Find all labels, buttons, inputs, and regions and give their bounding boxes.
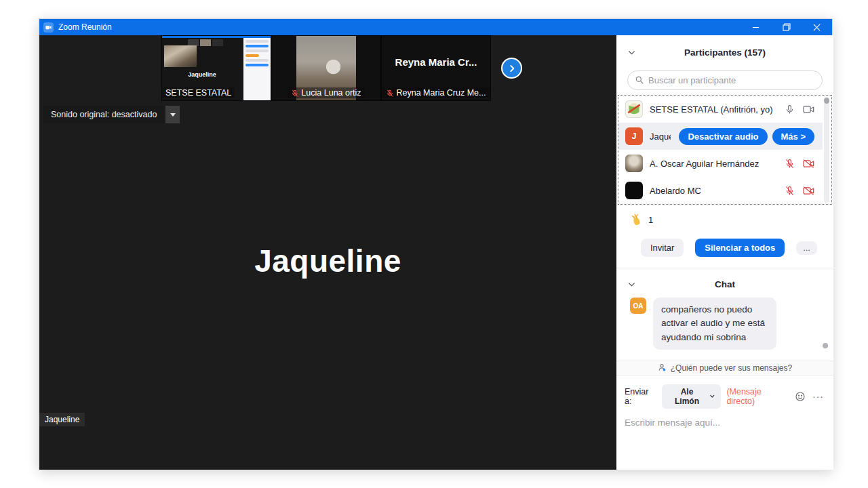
camera-on-icon	[803, 104, 814, 115]
video-name-tag: Jaqueline	[39, 413, 85, 426]
reaction-row: 1	[630, 213, 833, 226]
disable-audio-button[interactable]: Desactivar audio	[679, 128, 767, 145]
mic-muted-icon	[785, 159, 795, 169]
participants-header: Participantes (157)	[616, 45, 833, 60]
video-thumbnail-reyna[interactable]: Reyna Maria Cr... Reyna Maria Cruz Me...	[381, 35, 491, 101]
main-video-area: Jaqueline SETSE ESTATAL	[39, 35, 616, 470]
camera-off-icon	[803, 186, 814, 196]
participants-actions: Invitar Silenciar a todos ...	[616, 239, 833, 257]
zoom-meeting-window: Zoom Reunión Jaqueline	[39, 18, 833, 470]
close-button[interactable]	[802, 19, 832, 35]
chat-header: Chat	[616, 277, 833, 291]
avatar-initial: J	[625, 127, 643, 145]
sender-avatar: OA	[630, 298, 646, 314]
participant-row-oscar[interactable]: A. Oscar Aguilar Hernández	[618, 150, 823, 177]
thumbnail-display-name: Reyna Maria Cr...	[382, 56, 490, 68]
thumbnail-name-label: Reyna Maria Cruz Me...	[383, 87, 490, 98]
participant-row-setse[interactable]: SETSE ESTATAL (Anfitrión, yo)	[618, 96, 823, 123]
video-filmstrip: Jaqueline SETSE ESTATAL	[161, 35, 491, 101]
camera-off-icon	[803, 159, 814, 169]
direct-message-label: (Mensaje directo)	[726, 387, 789, 406]
mic-muted-icon	[387, 89, 394, 97]
mic-on-icon	[785, 104, 795, 115]
active-speaker-name: Jaqueline	[39, 243, 616, 279]
more-options-button[interactable]: Más >	[772, 128, 815, 145]
invite-button[interactable]: Invitar	[641, 239, 684, 257]
chat-more-button[interactable]: ···	[812, 391, 824, 402]
mute-all-button[interactable]: Silenciar a todos	[695, 239, 785, 257]
chat-scrollbar-thumb[interactable]	[823, 343, 828, 348]
message-privacy-bar[interactable]: ¿Quién puede ver sus mensajes?	[616, 361, 833, 375]
chevron-down-icon[interactable]	[627, 47, 636, 60]
caret-down-icon	[170, 113, 176, 117]
recipient-selector[interactable]: Ale Limón	[662, 384, 721, 409]
dropdown-caret-icon	[709, 393, 715, 399]
minimize-button[interactable]	[741, 19, 771, 35]
clap-icon	[630, 214, 643, 226]
window-title: Zoom Reunión	[58, 22, 112, 32]
participant-name: A. Oscar Aguilar Hernández	[650, 159, 759, 169]
chat-input[interactable]: Escribir mensaje aquí...	[625, 418, 824, 428]
original-sound-button[interactable]: Sonido original: desactivado	[43, 106, 180, 123]
title-bar[interactable]: Zoom Reunión	[39, 19, 832, 35]
zoom-app-icon	[43, 22, 54, 33]
chevron-down-icon[interactable]	[627, 279, 636, 291]
participant-row-jaqueline[interactable]: J Jaqueli... Desactivar audio Más >	[618, 123, 823, 150]
participants-title: Participantes (157)	[684, 47, 766, 58]
participant-list-scrollbar[interactable]	[824, 97, 829, 203]
search-icon	[635, 75, 644, 87]
setse-logo-avatar	[625, 100, 643, 118]
participant-name: Jaqueli...	[650, 131, 671, 142]
preview-speaker-name: Jaqueline	[162, 71, 242, 78]
chat-title: Chat	[715, 279, 735, 289]
next-page-icon	[507, 64, 517, 73]
original-sound-dropdown[interactable]	[165, 106, 180, 123]
original-sound-label: Sonido original: desactivado	[43, 106, 164, 123]
scrollbar-thumb[interactable]	[824, 98, 829, 104]
filmstrip-next-button[interactable]	[501, 58, 522, 79]
participant-row-abelardo[interactable]: Abelardo MC	[618, 177, 823, 204]
privacy-note-text: ¿Quién puede ver sus mensajes?	[671, 363, 792, 373]
participant-name: Abelardo MC	[650, 186, 701, 196]
chat-message-list: OA compañeros no puedo activar el audio …	[616, 298, 833, 350]
mic-muted-icon	[785, 186, 795, 196]
emoji-picker-icon[interactable]	[795, 391, 806, 402]
video-thumbnail-lucia[interactable]: Lucia Luna ortiz	[271, 35, 381, 101]
participant-search	[627, 70, 823, 90]
side-panel: Participantes (157) SETSE ESTATAL (Anfit…	[616, 35, 833, 470]
participant-photo-avatar	[625, 155, 643, 172]
video-thumbnail-setse[interactable]: Jaqueline SETSE ESTATAL	[161, 35, 271, 101]
mic-muted-icon	[291, 89, 298, 97]
section-divider	[616, 268, 833, 268]
thumbnail-name-label: Lucia Luna ortiz	[288, 87, 364, 98]
send-to-label: Enviar a:	[625, 387, 656, 406]
chat-message: OA compañeros no puedo activar el audio …	[630, 298, 816, 350]
reaction-count: 1	[648, 215, 653, 225]
send-to-row: Enviar a: Ale Limón (Mensaje directo) ··…	[625, 384, 824, 409]
search-input[interactable]	[627, 70, 823, 90]
participant-name: SETSE ESTATAL (Anfitrión, yo)	[650, 104, 773, 115]
thumbnail-name-label: SETSE ESTATAL	[162, 87, 235, 98]
participant-list: SETSE ESTATAL (Anfitrión, yo) J Jaqueli.…	[618, 95, 832, 205]
privacy-audience-icon	[658, 363, 667, 372]
participant-avatar	[625, 182, 643, 199]
message-bubble: compañeros no puedo activar el audio y m…	[653, 298, 776, 350]
participants-more-button[interactable]: ...	[796, 241, 817, 255]
restore-button[interactable]	[771, 19, 802, 35]
